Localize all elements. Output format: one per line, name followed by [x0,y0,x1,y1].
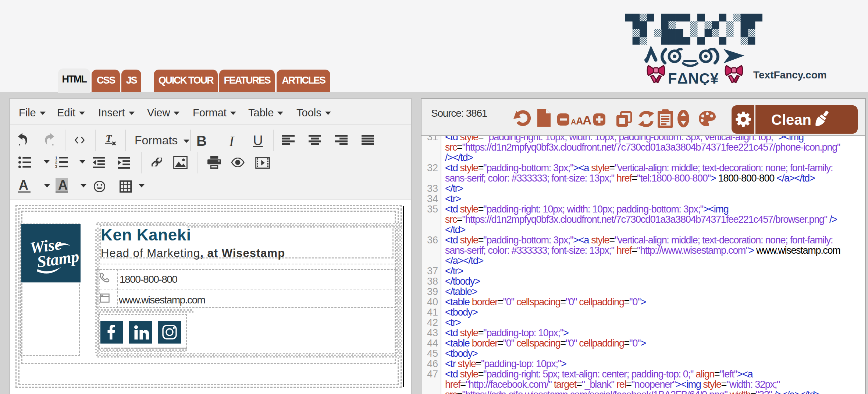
svg-text:TextFancy.com: TextFancy.com [753,69,827,81]
svg-text:FΔNÇ¥: FΔNÇ¥ [668,70,719,85]
